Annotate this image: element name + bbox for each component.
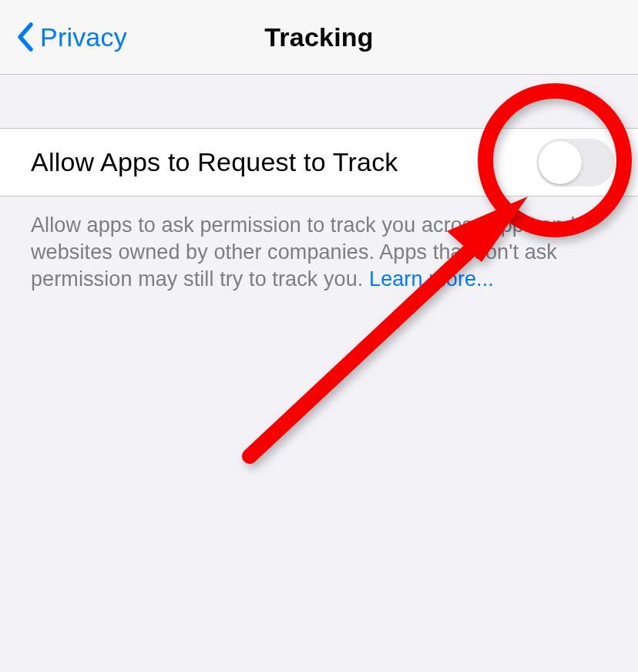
toggle-knob bbox=[539, 141, 582, 184]
navigation-bar: Privacy Tracking bbox=[0, 0, 638, 75]
allow-tracking-toggle[interactable] bbox=[536, 139, 615, 186]
spacer bbox=[0, 75, 638, 128]
setting-row-allow-tracking: Allow Apps to Request to Track bbox=[0, 128, 638, 197]
learn-more-link[interactable]: Learn more... bbox=[369, 267, 494, 291]
back-label: Privacy bbox=[40, 22, 127, 52]
setting-label: Allow Apps to Request to Track bbox=[31, 147, 398, 177]
footer-description: Allow apps to ask permission to track yo… bbox=[0, 197, 638, 308]
chevron-left-icon bbox=[15, 22, 34, 52]
page-title: Tracking bbox=[264, 22, 373, 52]
back-button[interactable]: Privacy bbox=[15, 22, 127, 52]
